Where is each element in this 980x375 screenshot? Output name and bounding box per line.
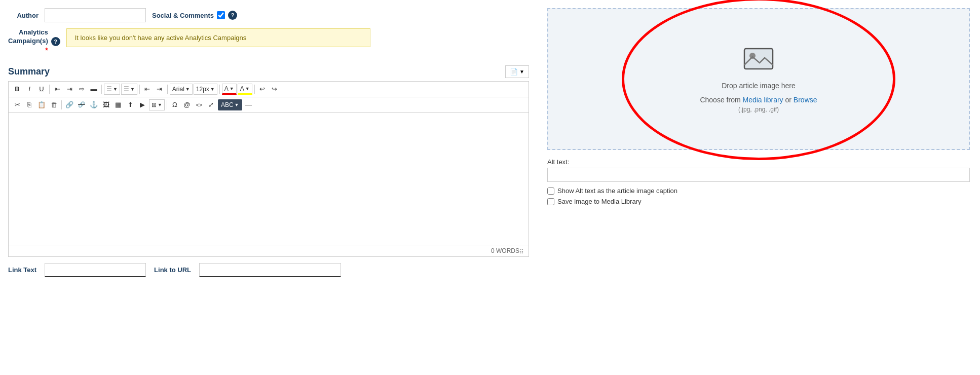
toolbar-divider-4 xyxy=(167,85,168,94)
toolbar-divider-7 xyxy=(61,100,62,109)
list-ol-dropdown[interactable]: ☰▼ xyxy=(121,84,137,95)
save-to-library-checkbox[interactable] xyxy=(547,198,554,205)
show-alt-text-row: Show Alt text as the article image capti… xyxy=(547,187,970,195)
align-left-button[interactable]: ⇤ xyxy=(52,84,63,95)
source-button[interactable]: <> xyxy=(194,99,205,110)
editor-footer: 0 WORDS ⠿ xyxy=(9,245,529,256)
horizontal-rule-button[interactable]: — xyxy=(243,99,254,110)
svg-rect-0 xyxy=(744,49,773,69)
toolbar-row-2: ✂ ⎘ 📋 🗑 🔗 🔗 ⚓ 🖼 ▦ ⬆ ▶ ⊞▼ Ω @ <> ⤢ ABC xyxy=(9,97,529,113)
youtube-button[interactable]: ▶ xyxy=(137,99,148,110)
italic-button[interactable]: I xyxy=(24,84,35,95)
omega-button[interactable]: Ω xyxy=(169,99,180,110)
image-drop-icon xyxy=(743,46,774,77)
document-icon: 📄 xyxy=(510,68,518,76)
summary-editor: B I U ⇤ ⇥ ⇨ ▬ ☰▼ ☰▼ ⇤ ⇥ Arial▼ 12px▼ A▼ … xyxy=(8,81,529,257)
drop-text: Drop article image here xyxy=(722,82,796,90)
alt-text-section: Alt text: xyxy=(547,158,970,182)
upload-button[interactable]: ⬆ xyxy=(125,99,136,110)
link-row: Link Text Link to URL xyxy=(8,263,529,277)
chevron-down-icon: ▼ xyxy=(519,69,524,74)
at-sign-button[interactable]: @ xyxy=(181,99,193,110)
fullscreen-button[interactable]: ⤢ xyxy=(206,99,217,110)
redo-button[interactable]: ↪ xyxy=(269,84,280,95)
unlink-button[interactable]: 🔗 xyxy=(76,99,87,110)
save-to-library-row: Save image to Media Library xyxy=(547,198,970,205)
editor-content-area[interactable] xyxy=(9,113,529,245)
link-url-label: Link to URL xyxy=(154,266,191,274)
show-alt-text-label[interactable]: Show Alt text as the article image capti… xyxy=(557,187,677,195)
alt-text-label: Alt text: xyxy=(547,158,970,166)
font-color-picker[interactable]: A▼ xyxy=(222,84,237,95)
analytics-notice: It looks like you don't have any active … xyxy=(66,28,370,47)
analytics-required-star: * xyxy=(45,46,48,54)
summary-menu-button[interactable]: 📄 ▼ xyxy=(505,65,529,78)
analytics-help-icon[interactable]: ? xyxy=(51,37,60,46)
underline-button[interactable]: U xyxy=(36,84,47,95)
toolbar-divider-8 xyxy=(167,100,167,109)
paste-button[interactable]: 📋 xyxy=(36,99,47,110)
align-justify-button[interactable]: ▬ xyxy=(88,84,99,95)
font-size-select[interactable]: 12px▼ xyxy=(194,84,217,95)
image-button[interactable]: 🖼 xyxy=(100,99,111,110)
media-button[interactable]: ▦ xyxy=(112,99,124,110)
image-upload-section: Drop article image here Choose from Medi… xyxy=(547,8,970,150)
list-ul-dropdown[interactable]: ☰▼ xyxy=(104,84,120,95)
image-formats-text: (.jpg, .png, .gif) xyxy=(738,106,779,113)
social-comments-help-icon[interactable]: ? xyxy=(228,11,237,20)
summary-title: Summary xyxy=(8,66,50,77)
toolbar-divider-6 xyxy=(254,85,255,94)
link-url-input[interactable] xyxy=(199,263,341,277)
link-button[interactable]: 🔗 xyxy=(64,99,75,110)
choose-from-text: Choose from Media library or Browse xyxy=(700,96,817,104)
indent-button[interactable]: ⇥ xyxy=(154,84,165,95)
outdent-button[interactable]: ⇤ xyxy=(142,84,153,95)
author-label: Author xyxy=(8,12,39,19)
social-comments-label: Social & Comments xyxy=(152,12,214,19)
toolbar-divider-1 xyxy=(49,85,50,94)
font-family-select[interactable]: Arial▼ xyxy=(170,84,193,95)
bold-button[interactable]: B xyxy=(12,84,23,95)
toolbar-divider-3 xyxy=(139,85,140,94)
copy-button[interactable]: ⎘ xyxy=(24,99,35,110)
save-to-library-label[interactable]: Save image to Media Library xyxy=(557,198,641,205)
alt-text-input[interactable] xyxy=(547,168,970,182)
social-comments-checkbox[interactable] xyxy=(217,11,225,19)
toolbar-row-1: B I U ⇤ ⇥ ⇨ ▬ ☰▼ ☰▼ ⇤ ⇥ Arial▼ 12px▼ A▼ … xyxy=(9,82,529,97)
align-right-button[interactable]: ⇨ xyxy=(76,84,87,95)
anchor-button[interactable]: ⚓ xyxy=(88,99,99,110)
undo-button[interactable]: ↩ xyxy=(257,84,268,95)
browse-link[interactable]: Browse xyxy=(794,96,817,104)
author-input[interactable] xyxy=(45,8,146,22)
toolbar-divider-5 xyxy=(219,85,220,94)
media-library-link[interactable]: Media library xyxy=(742,96,783,104)
align-center-button[interactable]: ⇥ xyxy=(64,84,75,95)
table-dropdown[interactable]: ⊞▼ xyxy=(149,99,165,110)
link-text-input[interactable] xyxy=(45,263,146,277)
analytics-campaign-label: Analytics Campaign(s) * xyxy=(8,28,48,55)
image-drop-zone[interactable]: Drop article image here Choose from Medi… xyxy=(547,8,970,150)
bg-color-picker[interactable]: A▼ xyxy=(238,84,252,95)
toolbar-divider-2 xyxy=(101,85,102,94)
link-text-label: Link Text xyxy=(8,266,36,274)
resize-handle[interactable]: ⠿ xyxy=(519,248,524,253)
spellcheck-button[interactable]: ABC ▼ xyxy=(218,99,242,110)
show-alt-text-checkbox[interactable] xyxy=(547,188,554,195)
clear-format-button[interactable]: 🗑 xyxy=(48,99,59,110)
word-count: 0 WORDS xyxy=(491,247,519,254)
cut-button[interactable]: ✂ xyxy=(12,99,23,110)
